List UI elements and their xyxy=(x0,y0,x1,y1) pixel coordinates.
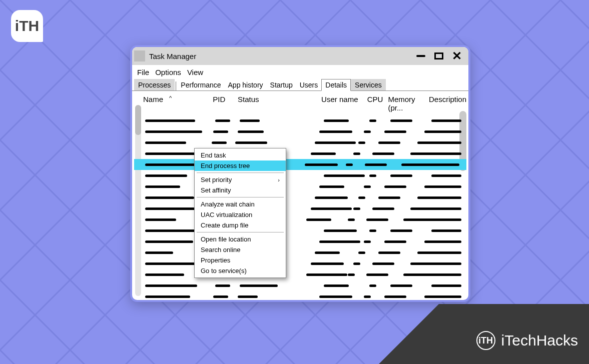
tabbar: Processes Performance App history Startu… xyxy=(132,78,468,91)
close-button[interactable]: ✕ xyxy=(451,50,462,62)
table-row[interactable] xyxy=(145,181,468,192)
col-pid[interactable]: PID xyxy=(213,95,225,104)
table-row[interactable] xyxy=(145,225,468,236)
col-description[interactable]: Description xyxy=(429,95,466,104)
context-menu-item-label: Set priority xyxy=(201,176,232,184)
table-row[interactable] xyxy=(145,247,468,258)
table-row[interactable] xyxy=(145,192,468,203)
sort-ascending-icon[interactable]: ^ xyxy=(169,95,172,112)
context-menu-item[interactable]: Go to service(s) xyxy=(195,266,286,276)
ribbon-content: iTH iTechHacks xyxy=(476,331,578,350)
maximize-button[interactable] xyxy=(433,50,444,62)
context-menu-item[interactable]: Create dump file xyxy=(195,220,286,230)
table-row[interactable] xyxy=(145,203,468,214)
menu-options[interactable]: Options xyxy=(155,68,181,76)
context-menu-item-label: Set affinity xyxy=(201,186,231,194)
context-menu-item-label: Create dump file xyxy=(201,222,248,229)
table-row[interactable] xyxy=(145,291,468,302)
table-row[interactable] xyxy=(134,159,466,170)
table-row[interactable] xyxy=(145,269,468,280)
branding-ribbon-corner: iTH iTechHacks xyxy=(419,304,589,364)
context-menu-item[interactable]: Set priority› xyxy=(195,174,286,185)
columns-header: Name ^ PID Status User name CPU Memory (… xyxy=(134,94,468,115)
menu-view[interactable]: View xyxy=(187,68,203,76)
details-content: Name ^ PID Status User name CPU Memory (… xyxy=(132,91,468,299)
menubar: File Options View xyxy=(132,65,468,78)
context-menu-item-label: Go to service(s) xyxy=(201,267,247,274)
context-menu-item[interactable]: End task xyxy=(195,150,286,160)
context-menu-item[interactable]: Analyze wait chain xyxy=(195,199,286,210)
process-rows xyxy=(134,115,468,302)
table-row[interactable] xyxy=(145,280,468,291)
context-menu-separator xyxy=(197,232,284,232)
col-memory[interactable]: Memory (pr... xyxy=(388,95,415,112)
titlebar[interactable]: Task Manager ✕ xyxy=(132,47,468,65)
table-row[interactable] xyxy=(145,170,468,181)
tab-divider xyxy=(176,82,176,90)
table-row[interactable] xyxy=(145,115,468,126)
col-name[interactable]: Name xyxy=(143,95,163,112)
context-menu-item[interactable]: UAC virtualization xyxy=(195,210,286,220)
table-row[interactable] xyxy=(145,214,468,225)
table-row[interactable] xyxy=(145,148,468,159)
site-logo-top-left: iTH xyxy=(11,10,43,42)
tab-app-history[interactable]: App history xyxy=(225,80,267,90)
table-row[interactable] xyxy=(145,137,468,148)
ribbon-logo-icon: iTH xyxy=(476,331,495,350)
app-icon xyxy=(134,50,145,62)
context-menu-item-label: End process tree xyxy=(201,162,250,170)
ribbon-text: iTechHacks xyxy=(501,332,578,349)
submenu-arrow-icon: › xyxy=(278,177,280,183)
tab-users[interactable]: Users xyxy=(296,80,322,90)
context-menu-item[interactable]: Open file location xyxy=(195,234,286,244)
logo-text: iTH xyxy=(15,18,39,34)
context-menu-item-label: Properties xyxy=(201,256,230,264)
titlebar-left: Task Manager xyxy=(134,50,196,62)
col-user[interactable]: User name xyxy=(321,95,358,104)
menu-file[interactable]: File xyxy=(137,68,149,76)
context-menu-separator xyxy=(197,197,284,198)
tab-details[interactable]: Details xyxy=(321,79,351,91)
task-manager-window: Task Manager ✕ File Options View Process… xyxy=(130,45,470,302)
tab-services[interactable]: Services xyxy=(351,79,386,90)
context-menu-item-label: UAC virtualization xyxy=(201,211,252,218)
context-menu-item[interactable]: Properties xyxy=(195,255,286,266)
col-cpu[interactable]: CPU xyxy=(367,95,383,104)
tab-performance[interactable]: Performance xyxy=(177,80,224,90)
context-menu-item[interactable]: End process tree xyxy=(195,160,286,171)
context-menu-separator xyxy=(197,172,284,173)
tab-processes[interactable]: Processes xyxy=(134,79,175,90)
context-menu-item-label: Open file location xyxy=(201,236,251,243)
context-menu-item-label: Search online xyxy=(201,246,241,254)
context-menu-item[interactable]: Search online xyxy=(195,244,286,255)
table-row[interactable] xyxy=(145,126,468,137)
context-menu-item-label: End task xyxy=(201,152,226,159)
table-row[interactable] xyxy=(145,236,468,247)
minimize-button[interactable] xyxy=(415,50,426,62)
window-title: Task Manager xyxy=(149,52,196,60)
context-menu-item-label: Analyze wait chain xyxy=(201,200,255,208)
tab-startup[interactable]: Startup xyxy=(267,80,296,90)
context-menu: End taskEnd process treeSet priority›Set… xyxy=(194,148,286,278)
col-status[interactable]: Status xyxy=(238,95,259,104)
context-menu-item[interactable]: Set affinity xyxy=(195,185,286,196)
window-controls: ✕ xyxy=(415,50,465,62)
table-row[interactable] xyxy=(145,258,468,269)
